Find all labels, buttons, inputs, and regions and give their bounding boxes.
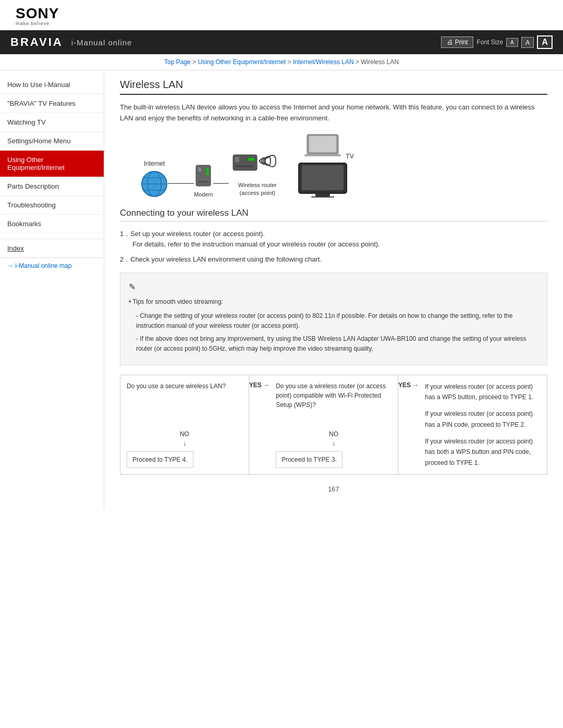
tv-icon <box>297 161 349 198</box>
line-internet-modem <box>168 183 194 184</box>
svg-point-7 <box>206 168 209 171</box>
tips-heading: Tips for smooth video streaming: <box>132 298 223 305</box>
svg-rect-9 <box>198 181 209 183</box>
svg-point-13 <box>251 158 254 161</box>
step-2: 2． Check your wireless LAN environment u… <box>120 254 547 265</box>
svg-rect-6 <box>198 167 201 171</box>
bravia-logo: BRAVIA <box>10 35 63 49</box>
sidebar-item-bookmarks[interactable]: Bookmarks <box>0 215 104 233</box>
step-1-text: Set up your wireless router (or access p… <box>130 230 380 249</box>
internet-item: Internet <box>141 160 168 198</box>
flow-col-3: If your wireless router (or access point… <box>419 375 547 475</box>
sidebar-item-settings[interactable]: Settings/Home Menu <box>0 132 104 151</box>
header: SONY make.believe <box>0 0 563 30</box>
svg-rect-16 <box>309 136 336 152</box>
flow-option-3: If your wireless router (or access point… <box>425 436 541 468</box>
flow-no-2: NO ↓ Proceed to TYPE 3. <box>276 424 391 468</box>
svg-point-12 <box>248 158 251 161</box>
tv-group: TV <box>297 161 349 198</box>
flow-option-2: If your wireless router (or access point… <box>425 409 541 430</box>
svg-rect-19 <box>302 165 344 190</box>
sidebar-item-index[interactable]: Index <box>0 239 104 258</box>
sony-logo: SONY make.believe <box>16 6 59 26</box>
tv-label-text: TV <box>346 153 353 160</box>
breadcrumb-current: Wireless LAN <box>361 58 399 66</box>
sidebar-item-how-to-use[interactable]: How to Use i-Manual <box>0 76 104 94</box>
flow-no-arrow-2: ↓ <box>276 439 391 448</box>
flow-no-label-2: NO <box>276 429 391 439</box>
nav-bar: BRAVIA i-Manual online 🖨 Print Font Size… <box>0 30 563 54</box>
flow-no-text-2: NO ↓ <box>276 429 391 448</box>
sidebar-divider <box>0 233 104 239</box>
main-layout: How to Use i-Manual "BRAVIA" TV Features… <box>0 70 563 509</box>
flowchart: Do you use a secure wireless LAN? NO ↓ P… <box>120 375 547 475</box>
sony-tagline: make.believe <box>16 21 50 26</box>
printer-icon: 🖨 <box>447 39 453 46</box>
flow-yes-label-1: YES → <box>249 381 270 389</box>
internet-label: Internet <box>144 160 165 167</box>
breadcrumb-sep3: > <box>354 58 361 66</box>
flow-no-1: NO ↓ Proceed to TYPE 4. <box>127 424 242 468</box>
tips-icon: ✎ <box>129 280 538 294</box>
nav-actions: 🖨 Print Font Size A A A <box>441 35 553 49</box>
flow-col-1: Do you use a secure wireless LAN? NO ↓ P… <box>120 375 249 475</box>
router-item: Wireless router(access point) <box>229 144 286 198</box>
modem-item: Modem <box>194 161 213 198</box>
font-medium-button[interactable]: A <box>521 37 534 48</box>
sidebar-item-parts[interactable]: Parts Description <box>0 177 104 196</box>
print-button[interactable]: 🖨 Print <box>441 36 474 48</box>
flow-col-2: Do you use a wireless router (or access … <box>270 375 398 475</box>
breadcrumb-top[interactable]: Top Page <box>164 58 191 66</box>
svg-rect-11 <box>235 157 239 162</box>
tips-bullet: • Tips for smooth video streaming: <box>129 297 538 307</box>
content-area: Wireless LAN The built-in wireless LAN d… <box>104 70 563 509</box>
intro-text: The built-in wireless LAN device allows … <box>120 102 547 124</box>
breadcrumb-link2[interactable]: Using Other Equipment/Internet <box>198 58 286 66</box>
tv-laptop-group: TV <box>297 133 349 198</box>
router-label: Wireless router(access point) <box>238 181 277 198</box>
breadcrumb-link3[interactable]: Internet/Wireless LAN <box>293 58 354 66</box>
breadcrumb: Top Page > Using Other Equipment/Interne… <box>0 54 563 70</box>
modem-icon <box>194 161 213 188</box>
svg-rect-20 <box>315 193 330 196</box>
flow-options: If your wireless router (or access point… <box>425 381 541 468</box>
tips-tip1: - Change the setting of your wireless ro… <box>136 311 538 331</box>
flow-proceed-2: Proceed to TYPE 3. <box>276 451 342 468</box>
flow-question-2: Do you use a wireless router (or access … <box>276 381 391 410</box>
step-1-num: 1． <box>120 229 130 240</box>
flow-yes-arrow-2: YES → <box>398 375 419 395</box>
line-modem-router <box>213 183 229 184</box>
font-large-button[interactable]: A <box>537 35 553 49</box>
sidebar-item-troubleshooting[interactable]: Troubleshooting <box>0 196 104 215</box>
font-small-button[interactable]: A <box>506 38 518 47</box>
flow-proceed-1: Proceed to TYPE 4. <box>127 451 193 468</box>
sidebar-map-link[interactable]: i-Manual online map <box>0 258 104 274</box>
step-2-text: Check your wireless LAN environment usin… <box>130 255 322 263</box>
nav-title: i-Manual online <box>71 38 441 47</box>
sidebar-item-using-other[interactable]: Using Other Equipment/Internet <box>0 151 104 177</box>
tips-tip2: - If the above does not bring any improv… <box>136 334 538 354</box>
font-size-label: Font Size <box>476 39 503 46</box>
step-2-num: 2． <box>120 254 130 265</box>
svg-rect-21 <box>311 196 334 198</box>
flow-yes-label-2: YES → <box>398 381 419 389</box>
svg-rect-14 <box>235 165 253 167</box>
page-number: 167 <box>120 485 547 493</box>
flow-option-1: If your wireless router (or access point… <box>425 381 541 403</box>
sidebar-item-bravia-tv[interactable]: "BRAVIA" TV Features <box>0 94 104 113</box>
section-title: Connecting to your wireless LAN <box>120 208 547 221</box>
svg-point-8 <box>206 172 209 175</box>
page-title: Wireless LAN <box>120 79 547 95</box>
step-1: 1． Set up your wireless router (or acces… <box>120 229 547 251</box>
tips-box: ✎ • Tips for smooth video streaming: - C… <box>120 273 547 365</box>
network-diagram: Internet <box>141 133 547 198</box>
flow-yes-arrow-1: YES → <box>249 375 270 395</box>
flow-no-arrow-1: ↓ <box>127 439 242 448</box>
steps-list: 1． Set up your wireless router (or acces… <box>120 229 547 265</box>
print-label: Print <box>455 39 468 46</box>
flow-question-1: Do you use a secure wireless LAN? <box>127 381 242 391</box>
step-1-subtext: For details, refer to the instruction ma… <box>130 240 380 248</box>
breadcrumb-sep2: > <box>286 58 293 66</box>
breadcrumb-sep1: > <box>191 58 198 66</box>
sidebar-item-watching[interactable]: Watching TV <box>0 113 104 132</box>
